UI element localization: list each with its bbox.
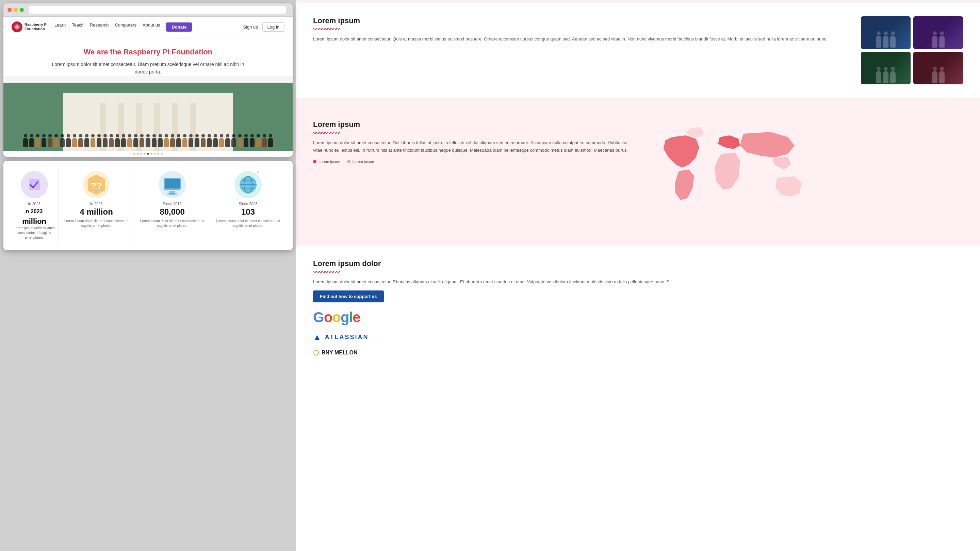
nav-links: Learn Teach Research Computers About us … — [54, 22, 237, 32]
stat-value-0: million — [22, 217, 46, 226]
google-logo-text: Google — [313, 309, 360, 325]
section-divider-1 — [296, 98, 980, 106]
section-1-title: Lorem ipsum — [313, 16, 847, 25]
section-3-text: Lorem ipsum dolor sit amet consectetur. … — [313, 278, 963, 286]
svg-rect-8 — [167, 193, 177, 195]
log-in-button[interactable]: Log in — [262, 22, 285, 32]
stat-item-0: In 2023 n 2023 million Lorem ipsum dolor… — [10, 168, 59, 243]
svg-text:??: ?? — [91, 181, 102, 191]
carousel-dot-8[interactable] — [161, 153, 163, 155]
bny-mellon-logo: ⬡ BNY MELLON — [313, 349, 963, 357]
right-section-3: Lorem ipsum dolor Lorem ipsum dolor sit … — [296, 246, 980, 370]
atlassian-logo: ▲ ATLASSIAN — [313, 332, 963, 342]
legend-item-2: Lorem ipsum — [347, 159, 374, 164]
partners-logos: Google ▲ ATLASSIAN ⬡ BNY MELLON — [313, 309, 963, 357]
left-panel: Raspberry Pi Foundation Learn Teach Rese… — [0, 0, 296, 551]
hero-section: We are the Raspberry Pi Foundation Lorem… — [3, 37, 293, 76]
section-1-underline — [313, 28, 340, 30]
bny-icon: ⬡ — [313, 349, 319, 357]
stat-icon-question: ?? — [83, 171, 110, 198]
stats-browser-window: In 2023 n 2023 million Lorem ipsum dolor… — [3, 161, 293, 250]
atlassian-icon: ▲ — [313, 332, 322, 342]
carousel-dot-4[interactable] — [147, 153, 149, 155]
carousel-dot-2[interactable] — [140, 153, 142, 155]
world-map-svg — [645, 120, 815, 222]
section-1-text: Lorem ipsum dolor sit amet consectetur. … — [313, 35, 847, 43]
stat-number-3: 103 — [241, 207, 255, 217]
stat-number-2: 80,000 — [159, 207, 185, 217]
hero-subtitle: Lorem ipsum dolor sit amet consectetur. … — [46, 60, 250, 76]
nav-link-learn[interactable]: Learn — [54, 22, 66, 32]
carousel-dot-7[interactable] — [157, 153, 159, 155]
legend-label-2: Lorem ipsum — [353, 159, 374, 164]
photo-1 — [861, 16, 911, 49]
nav-link-about[interactable]: About us — [143, 22, 160, 32]
browser-minimize-dot[interactable] — [14, 8, 18, 12]
carousel-dot-3[interactable] — [143, 153, 146, 155]
nav-link-teach[interactable]: Teach — [72, 22, 84, 32]
stat-icon-computer — [159, 171, 186, 198]
stat-period-0: In 2023 — [28, 202, 40, 206]
section-2-underline — [313, 132, 340, 134]
hero-title: We are the Raspberry Pi Foundation — [10, 48, 286, 56]
photo-3 — [861, 52, 911, 84]
map-legend: Lorem ipsum Lorem ipsum — [313, 159, 631, 164]
crowd-people — [3, 138, 293, 147]
section-1-layout: Lorem ipsum Lorem ipsum dolor sit amet c… — [313, 16, 963, 84]
star-icon-1: ✦ — [256, 169, 260, 175]
stat-desc-1: Lorem ipsum dolor sit amet consectetur. … — [62, 219, 130, 228]
top-stripe — [296, 0, 980, 3]
stat-period-3: Since 2023 — [239, 202, 257, 206]
photo-2 — [913, 16, 963, 49]
bny-text: BNY MELLON — [321, 349, 357, 356]
browser-chrome — [3, 3, 293, 17]
right-panel: Lorem ipsum Lorem ipsum dolor sit amet c… — [296, 0, 980, 551]
legend-label-1: Lorem ipsum — [318, 159, 340, 164]
browser-maximize-dot[interactable] — [20, 8, 24, 12]
svg-point-1 — [15, 25, 19, 29]
stat-desc-2: Lorem ipsum dolor sit amet consectetur. … — [138, 219, 207, 228]
nav-logo[interactable]: Raspberry Pi Foundation — [11, 21, 48, 32]
section-2-title: Lorem ipsum — [313, 120, 631, 129]
stat-desc-0: Lorem ipsum dolor sit amet consectetur. … — [14, 226, 55, 240]
hero-image — [3, 83, 293, 151]
section-3-title: Lorem ipsum dolor — [313, 259, 963, 268]
section-1-content: Lorem ipsum Lorem ipsum dolor sit amet c… — [313, 16, 847, 43]
atlassian-text: ATLASSIAN — [325, 333, 369, 341]
sign-up-link[interactable]: Sign up — [243, 24, 258, 30]
right-section-1: Lorem ipsum Lorem ipsum dolor sit amet c… — [296, 3, 980, 98]
carousel-dot-1[interactable] — [137, 153, 139, 155]
star-icon-2: ✦ — [236, 197, 239, 200]
support-button[interactable]: Find out how to support us — [313, 291, 384, 302]
nav-link-computers[interactable]: Computers — [115, 22, 137, 32]
raspberry-pi-logo-icon — [11, 21, 22, 32]
stat-icon-check — [21, 171, 48, 198]
nav-logo-text: Raspberry Pi Foundation — [24, 22, 48, 31]
legend-dot-1 — [313, 160, 317, 163]
svg-rect-6 — [165, 179, 180, 189]
stat-item-2: Since 2016 80,000 Lorem ipsum dolor sit … — [134, 168, 210, 243]
right-section-2: Lorem ipsum Lorem ipsum dolor sit amet c… — [296, 106, 980, 237]
legend-item-1: Lorem ipsum — [313, 159, 340, 164]
stats-section: In 2023 n 2023 million Lorem ipsum dolor… — [3, 161, 293, 250]
carousel-dot-5[interactable] — [150, 153, 153, 155]
section-3-underline — [313, 271, 340, 273]
section-2-content: Lorem ipsum Lorem ipsum dolor sit amet c… — [313, 120, 631, 224]
nav-link-research[interactable]: Research — [90, 22, 109, 32]
carousel-dot-6[interactable] — [154, 153, 156, 155]
donate-button[interactable]: Donate — [166, 22, 192, 32]
stat-period-2: Since 2016 — [163, 202, 182, 206]
google-logo: Google — [313, 309, 963, 326]
stat-icon-globe: ✦ ✦ — [234, 171, 262, 198]
world-map-container — [645, 120, 963, 224]
browser-close-dot[interactable] — [8, 8, 11, 12]
stat-number-1: 4 million — [80, 207, 113, 217]
carousel-dot-0[interactable] — [134, 153, 135, 155]
section-2-text: Lorem ipsum dolor sit amet consectetur. … — [313, 139, 631, 154]
stat-period-1: In 2023 — [90, 202, 103, 206]
stat-desc-3: Lorem ipsum dolor sit amet consectetur. … — [214, 219, 282, 228]
browser-url-bar[interactable] — [29, 6, 286, 14]
section-divider-2 — [296, 237, 980, 246]
navbar: Raspberry Pi Foundation Learn Teach Rese… — [3, 17, 293, 37]
photo-4 — [913, 52, 963, 84]
